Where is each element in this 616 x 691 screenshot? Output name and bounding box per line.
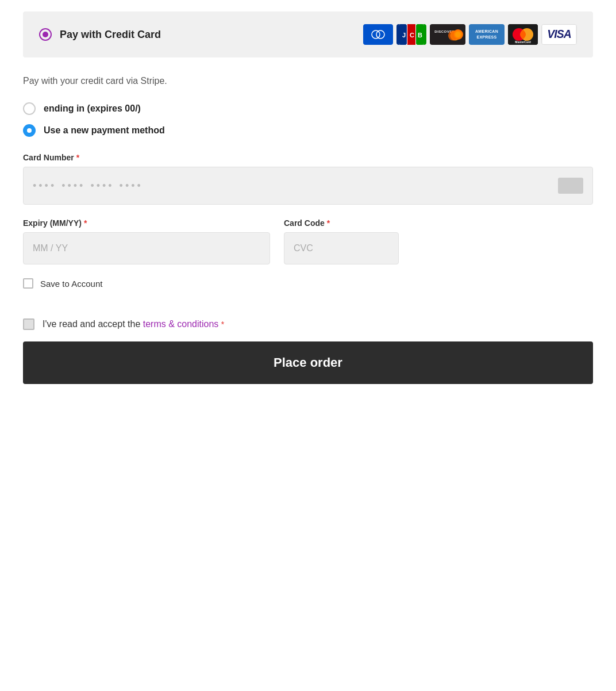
diners-club-icon	[363, 24, 393, 45]
card-number-input-wrapper[interactable]: •••• •••• •••• ••••	[23, 167, 593, 205]
card-number-required: *	[76, 153, 79, 162]
mastercard-icon: MasterCard	[508, 24, 538, 45]
terms-required: *	[221, 320, 224, 329]
terms-link[interactable]: terms & conditions	[143, 319, 219, 329]
payment-header: Pay with Credit Card J C	[23, 11, 593, 57]
svg-text:MasterCard: MasterCard	[515, 40, 531, 44]
cvc-label: Card Code *	[284, 218, 399, 228]
pay-with-card-radio[interactable]	[39, 28, 52, 41]
new-payment-label: Use a new payment method	[44, 125, 165, 136]
svg-point-13	[448, 30, 458, 40]
svg-text:B: B	[418, 32, 422, 39]
terms-text: I've read and accept the terms & conditi…	[43, 319, 224, 329]
svg-text:C: C	[410, 32, 414, 39]
radio-inner	[43, 32, 48, 37]
svg-rect-14	[470, 25, 503, 44]
existing-payment-option[interactable]: ending in (expires 00/)	[23, 102, 593, 115]
card-icons-container: J C B DISCOVER AMERICAN EX	[363, 24, 577, 45]
payment-description: Pay with your credit card via Stripe.	[23, 76, 593, 86]
discover-icon: DISCOVER	[430, 24, 465, 45]
existing-payment-label: ending in (expires 00/)	[44, 103, 141, 114]
expiry-field-group: Expiry (MM/YY) *	[23, 218, 270, 264]
new-payment-option[interactable]: Use a new payment method	[23, 124, 593, 137]
card-type-icon	[558, 178, 583, 194]
svg-text:AMERICAN: AMERICAN	[475, 29, 498, 33]
svg-text:VISA: VISA	[547, 28, 571, 40]
svg-text:EXPRESS: EXPRESS	[476, 35, 496, 39]
amex-icon: AMERICAN EXPRESS	[469, 24, 505, 45]
card-number-label: Card Number *	[23, 153, 593, 162]
svg-rect-10	[432, 25, 463, 43]
svg-rect-0	[368, 28, 388, 41]
new-payment-radio-inner	[27, 128, 32, 133]
place-order-button[interactable]: Place order	[23, 341, 593, 384]
terms-row: I've read and accept the terms & conditi…	[23, 318, 593, 330]
terms-checkbox[interactable]	[23, 318, 34, 330]
cvc-field-group: Card Code *	[284, 218, 399, 264]
save-to-account-label: Save to Account	[40, 279, 102, 289]
expiry-label: Expiry (MM/YY) *	[23, 218, 270, 228]
visa-icon: VISA	[541, 24, 577, 45]
jcb-icon: J C B	[396, 24, 426, 45]
expiry-input[interactable]	[23, 232, 270, 264]
svg-text:J: J	[402, 32, 406, 39]
card-number-field-group: Card Number * •••• •••• •••• ••••	[23, 153, 593, 205]
expiry-required: *	[84, 218, 87, 228]
payment-form: Card Number * •••• •••• •••• •••• Expiry…	[23, 153, 593, 289]
cvc-input[interactable]	[284, 232, 399, 264]
new-payment-radio[interactable]	[23, 124, 36, 137]
payment-header-title: Pay with Credit Card	[60, 29, 161, 41]
existing-payment-radio[interactable]	[23, 102, 36, 115]
cvc-required: *	[327, 218, 330, 228]
save-to-account-row[interactable]: Save to Account	[23, 278, 593, 289]
card-number-placeholder: •••• •••• •••• ••••	[33, 180, 143, 192]
expiry-cvc-row: Expiry (MM/YY) * Card Code *	[23, 218, 593, 264]
header-left: Pay with Credit Card	[39, 28, 161, 41]
save-to-account-checkbox[interactable]	[23, 278, 33, 289]
